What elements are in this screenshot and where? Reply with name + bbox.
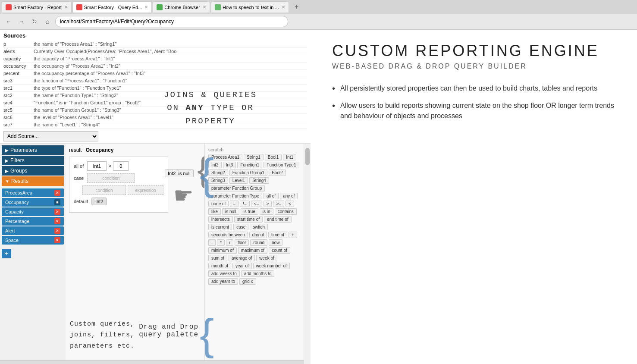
scrollbar[interactable]	[304, 144, 311, 364]
sidebar-item-percentage[interactable]: Percentage ✕	[2, 217, 64, 226]
remove-processarea[interactable]: ✕	[54, 190, 60, 196]
remove-percentage[interactable]: ✕	[54, 218, 60, 224]
list-item[interactable]: +	[289, 232, 297, 238]
tab-close-4[interactable]: ✕	[282, 5, 285, 9]
list-item[interactable]: >	[264, 201, 272, 207]
source-val: the name of "Function Type1" : "String2"	[34, 93, 118, 98]
tab-4[interactable]: How to speech-to-text in ... ✕	[211, 1, 289, 13]
list-item[interactable]: none of	[208, 201, 229, 207]
sidebar-item-space[interactable]: Space ✕	[2, 236, 64, 245]
tab-3[interactable]: Chrome Browser ✕	[153, 1, 210, 13]
processarea-label: ProcessArea	[5, 190, 32, 195]
scrollbar-thumb[interactable]	[305, 148, 310, 165]
list-item[interactable]: contains	[275, 208, 297, 215]
list-item[interactable]: Function1	[237, 162, 262, 168]
source-val: the type of "Function1" : "Function Type…	[34, 85, 121, 91]
zero-input[interactable]	[113, 161, 129, 171]
list-item[interactable]: parameter Function Group	[208, 185, 265, 191]
back-button[interactable]: ←	[3, 16, 14, 27]
list-item[interactable]: all of	[264, 193, 279, 199]
parameters-header[interactable]: ▶ Parameters	[2, 145, 64, 155]
arrow-icon-results: ▼	[5, 179, 9, 184]
list-item[interactable]: any of	[280, 193, 298, 199]
list-item[interactable]: parameter Function Type	[208, 193, 262, 199]
tab-close-2[interactable]: ✕	[144, 5, 148, 9]
list-item[interactable]: case	[233, 224, 248, 230]
list-item[interactable]: *	[217, 239, 225, 246]
list-item[interactable]: end time of	[264, 216, 291, 223]
list-item[interactable]: month of	[208, 263, 231, 269]
list-item[interactable]: week number of	[253, 263, 290, 269]
new-tab-button[interactable]: +	[292, 2, 302, 12]
filters-header[interactable]: ▶ Filters	[2, 156, 64, 165]
list-item[interactable]: !=	[240, 201, 250, 207]
home-button[interactable]: ⌂	[42, 16, 53, 27]
list-item[interactable]: String4	[249, 177, 269, 184]
list-item[interactable]: add weeks to	[208, 270, 240, 277]
horizontal-scrollbar[interactable]	[0, 360, 304, 364]
list-item[interactable]: now	[269, 239, 282, 246]
list-item[interactable]: Function Group1	[229, 169, 268, 176]
list-item[interactable]: is current	[208, 224, 232, 230]
list-item[interactable]: round	[250, 239, 267, 246]
list-item[interactable]: Level1	[229, 177, 248, 184]
results-header[interactable]: ▼ Results	[2, 176, 64, 186]
list-item[interactable]: Bool1	[265, 154, 282, 160]
add-result-button[interactable]: +	[2, 249, 11, 258]
reload-button[interactable]: ↻	[29, 16, 40, 27]
list-item[interactable]: time of	[268, 232, 287, 238]
remove-occupancy[interactable]: ■	[54, 199, 60, 205]
add-source-select[interactable]: Add Source...	[3, 131, 98, 141]
remove-alert[interactable]: ✕	[54, 228, 60, 234]
list-item[interactable]: maximum of	[238, 247, 267, 254]
list-item[interactable]: String1	[244, 154, 264, 160]
list-item[interactable]: add months to	[241, 270, 274, 277]
list-item[interactable]: seconds between	[208, 232, 248, 238]
list-item[interactable]: floor	[235, 239, 249, 246]
sidebar-item-capacity[interactable]: Capacity ✕	[2, 207, 64, 216]
list-item[interactable]: -	[208, 239, 216, 246]
list-item[interactable]: is null	[222, 208, 239, 215]
list-item[interactable]: Function Type1	[264, 162, 299, 168]
list-item[interactable]: day of	[249, 232, 267, 238]
list-item[interactable]: =	[230, 201, 238, 207]
tab-close-1[interactable]: ✕	[64, 5, 68, 9]
list-item[interactable]: is in	[260, 208, 273, 215]
tab-close-3[interactable]: ✕	[203, 5, 206, 9]
remove-space[interactable]: ✕	[54, 237, 60, 243]
sidebar-item-alert[interactable]: Alert ✕	[2, 226, 64, 235]
groups-header[interactable]: ▶ Groups	[2, 166, 64, 176]
list-item[interactable]: count of	[269, 247, 290, 254]
add-source[interactable]: Add Source...	[3, 131, 307, 141]
list-item[interactable]: >=	[273, 201, 284, 207]
sidebar-item-occupancy[interactable]: Occupancy ■	[2, 198, 64, 207]
sidebar-item-processarea[interactable]: ProcessArea ✕	[2, 188, 64, 197]
list-item[interactable]: grid x	[239, 278, 256, 285]
list-item: src6the level of "Process Area1" : "Leve…	[3, 114, 307, 121]
list-item[interactable]: /	[226, 239, 233, 246]
list-item[interactable]: switch	[250, 224, 268, 230]
list-item[interactable]: like	[208, 208, 221, 215]
list-item[interactable]: is true	[241, 208, 258, 215]
address-input[interactable]	[55, 16, 288, 27]
list-item[interactable]: week of	[256, 255, 277, 261]
list-item[interactable]: year of	[232, 263, 252, 269]
tab-2[interactable]: Smart Factory - Query Ed... ✕	[72, 1, 152, 13]
list-item[interactable]: <	[286, 201, 294, 207]
sidebar-panel: ▶ Parameters ▶ Filters ▶ Groups	[0, 144, 66, 364]
list-item[interactable]: sum of	[208, 255, 227, 261]
list-item[interactable]: Int1	[283, 154, 296, 160]
tab-1[interactable]: Smart Factory - Report ✕	[2, 1, 72, 13]
list-item[interactable]: add years to	[208, 278, 238, 285]
list-item[interactable]: <=	[251, 201, 262, 207]
remove-capacity[interactable]: ✕	[54, 209, 60, 215]
dnd-line1: Drag and Drop	[139, 323, 198, 331]
int1-input[interactable]	[87, 161, 107, 171]
list-item[interactable]: intersects	[208, 216, 233, 223]
list-item[interactable]: minimum of	[208, 247, 237, 254]
list-item[interactable]: Int3	[223, 162, 236, 168]
forward-button[interactable]: →	[16, 16, 27, 27]
list-item[interactable]: start time of	[234, 216, 263, 223]
list-item[interactable]: average of	[229, 255, 255, 261]
list-item[interactable]: Bool2	[269, 169, 286, 176]
